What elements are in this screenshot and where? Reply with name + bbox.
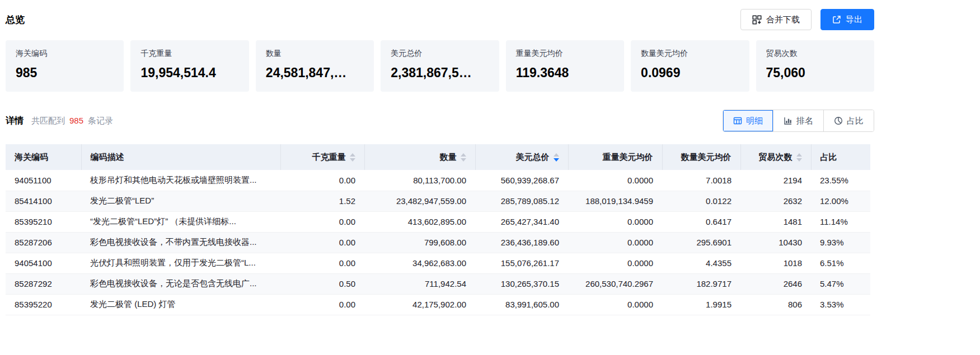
stat-card-customs-code: 海关编码 985 <box>6 40 124 92</box>
cell-usd_total: 130,265,370.15 <box>475 273 568 294</box>
cell-desc: 发光二极管 (LED) 灯管 <box>81 294 280 315</box>
cell-weight_usd_avg: 0.0000 <box>568 170 662 191</box>
ranking-icon <box>784 116 793 125</box>
table-row: 94054100光伏灯具和照明装置，仅用于发光二极管“L...0.0034,96… <box>6 253 870 273</box>
cell-trade_count: 10430 <box>740 232 811 253</box>
sort-asc-icon[interactable] <box>554 153 559 157</box>
table-row: 85395210“发光二极管“LED”灯” （未提供详细标...0.00413,… <box>6 211 870 232</box>
cell-qty_usd_avg: 0.6417 <box>662 211 740 232</box>
table-grid-icon <box>733 116 742 125</box>
match-prefix: 共匹配到 <box>31 116 65 126</box>
cell-desc: 发光二极管“LED” <box>81 191 280 211</box>
tab-detail[interactable]: 明细 <box>723 110 773 131</box>
sort-asc-icon[interactable] <box>461 153 466 157</box>
sort-desc-icon[interactable] <box>350 158 355 162</box>
cell-kg_weight: 0.50 <box>280 273 364 294</box>
cell-usd_total: 285,789,085.12 <box>475 191 568 211</box>
cell-code: 85287292 <box>6 273 81 294</box>
cell-quantity: 80,113,700.00 <box>364 170 475 191</box>
tab-proportion[interactable]: 占比 <box>823 110 874 131</box>
column-header-share: 占比 <box>811 144 870 170</box>
cell-kg_weight: 1.52 <box>280 191 364 211</box>
cell-trade_count: 2194 <box>740 170 811 191</box>
match-suffix: 条记录 <box>88 116 113 126</box>
cell-code: 85395210 <box>6 211 81 232</box>
stat-value: 75,060 <box>766 65 864 81</box>
cell-trade_count: 1018 <box>740 253 811 273</box>
cell-share: 6.51% <box>811 253 870 273</box>
tab-label: 明细 <box>746 116 763 126</box>
cell-weight_usd_avg: 0.0000 <box>568 294 662 315</box>
details-summary: 详情 共匹配到 985 条记录 <box>6 115 113 127</box>
sort-control-trade_count[interactable] <box>796 153 802 162</box>
tab-ranking[interactable]: 排名 <box>773 110 823 131</box>
cell-weight_usd_avg: 0.0000 <box>568 232 662 253</box>
stat-card-quantity: 数量 24,581,847,… <box>256 40 374 92</box>
sort-asc-icon[interactable] <box>796 153 802 157</box>
details-table: 海关编码编码描述千克重量数量美元总价重量美元均价数量美元均价贸易次数占比 940… <box>6 144 870 315</box>
column-label: 贸易次数 <box>759 152 793 163</box>
column-header-trade_count[interactable]: 贸易次数 <box>740 144 811 170</box>
stat-value: 119.3648 <box>516 65 614 81</box>
cell-desc: 彩色电视接收设备，不带内置无线电接收器... <box>81 232 280 253</box>
stat-value: 24,581,847,… <box>266 65 364 81</box>
table-header-row: 海关编码编码描述千克重量数量美元总价重量美元均价数量美元均价贸易次数占比 <box>6 144 870 170</box>
cell-code: 85287206 <box>6 232 81 253</box>
view-mode-tabs: 明细 排名 <box>723 110 874 132</box>
cell-code: 85395220 <box>6 294 81 315</box>
table-row: 85287206彩色电视接收设备，不带内置无线电接收器...0.00799,60… <box>6 232 870 253</box>
cell-share: 12.00% <box>811 191 870 211</box>
cell-kg_weight: 0.00 <box>280 232 364 253</box>
pie-chart-icon <box>834 116 843 125</box>
table-row: 85395220发光二极管 (LED) 灯管0.0042,175,902.008… <box>6 294 870 315</box>
merge-download-button[interactable]: 合并下载 <box>740 9 812 30</box>
cell-qty_usd_avg: 1.9915 <box>662 294 740 315</box>
table-row: 85414100发光二极管“LED”1.5223,482,947,559.002… <box>6 191 870 211</box>
cell-usd_total: 155,076,261.17 <box>475 253 568 273</box>
details-bar: 详情 共匹配到 985 条记录 明细 <box>6 110 874 132</box>
cell-desc: “发光二极管“LED”灯” （未提供详细标... <box>81 211 280 232</box>
sort-desc-icon[interactable] <box>461 158 466 162</box>
cell-qty_usd_avg: 7.0018 <box>662 170 740 191</box>
sort-control-usd_total[interactable] <box>554 153 559 162</box>
cell-weight_usd_avg: 188,019,134.9459 <box>568 191 662 211</box>
column-header-kg_weight[interactable]: 千克重量 <box>280 144 364 170</box>
stat-label: 千克重量 <box>140 49 238 59</box>
export-icon <box>832 15 841 24</box>
cell-desc: 枝形吊灯和其他电动天花板或墙壁照明装置... <box>81 170 280 191</box>
cell-qty_usd_avg: 4.4355 <box>662 253 740 273</box>
match-count: 985 <box>69 116 83 125</box>
cell-code: 85414100 <box>6 191 81 211</box>
cell-usd_total: 236,436,189.60 <box>475 232 568 253</box>
stat-label: 美元总价 <box>391 49 489 59</box>
cell-share: 5.47% <box>811 273 870 294</box>
sort-control-kg_weight[interactable] <box>350 153 355 162</box>
cell-quantity: 23,482,947,559.00 <box>364 191 475 211</box>
column-header-usd_total[interactable]: 美元总价 <box>475 144 568 170</box>
column-label: 占比 <box>820 152 837 163</box>
cell-qty_usd_avg: 295.6901 <box>662 232 740 253</box>
page-title: 总览 <box>6 13 25 26</box>
sort-asc-icon[interactable] <box>350 153 355 157</box>
page: 总览 合并下载 <box>0 0 874 315</box>
stats-row: 海关编码 985 千克重量 19,954,514.4 数量 24,581,847… <box>6 40 874 92</box>
column-label: 数量美元均价 <box>681 152 732 163</box>
tab-label: 排名 <box>796 116 813 126</box>
table-body: 94051100枝形吊灯和其他电动天花板或墙壁照明装置...0.0080,113… <box>6 170 870 315</box>
cell-trade_count: 1481 <box>740 211 811 232</box>
cell-usd_total: 560,939,268.67 <box>475 170 568 191</box>
column-label: 千克重量 <box>312 152 346 163</box>
export-button[interactable]: 导出 <box>820 9 874 30</box>
cell-trade_count: 2632 <box>740 191 811 211</box>
sort-desc-icon[interactable] <box>796 158 802 162</box>
details-title: 详情 <box>6 115 24 127</box>
sort-desc-icon[interactable] <box>554 158 559 162</box>
stat-card-weight-usd-avg: 重量美元均价 119.3648 <box>506 40 624 92</box>
stat-label: 贸易次数 <box>766 49 864 59</box>
sort-control-quantity[interactable] <box>461 153 466 162</box>
stat-card-qty-usd-avg: 数量美元均价 0.0969 <box>631 40 749 92</box>
column-header-quantity[interactable]: 数量 <box>364 144 475 170</box>
stat-value: 0.0969 <box>641 65 739 81</box>
cell-kg_weight: 0.00 <box>280 253 364 273</box>
cell-share: 11.14% <box>811 211 870 232</box>
